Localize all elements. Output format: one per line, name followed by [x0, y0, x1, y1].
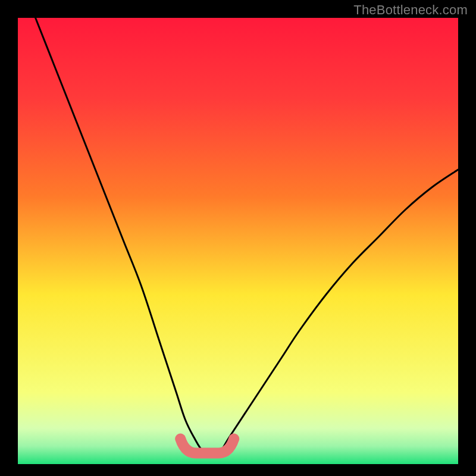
chart-frame: { "watermark": "TheBottleneck.com", "col… — [0, 0, 476, 476]
plot-background — [18, 18, 458, 464]
bottleneck-chart — [0, 0, 476, 476]
watermark-text: TheBottleneck.com — [353, 2, 468, 18]
